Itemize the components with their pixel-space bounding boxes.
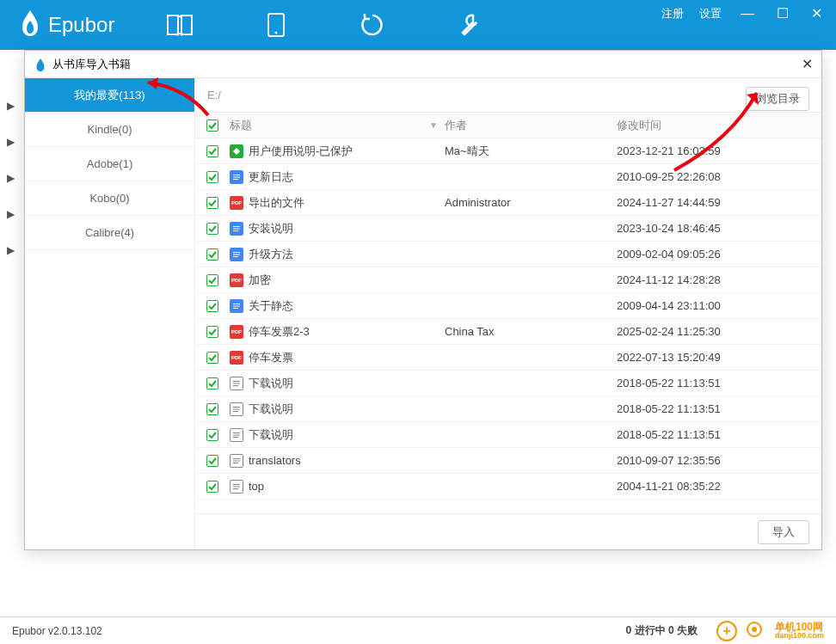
table-row[interactable]: PDF导出的文件Administrator2024-11-27 14:44:59 xyxy=(195,190,821,216)
row-checkbox[interactable] xyxy=(206,223,218,235)
sort-icon[interactable]: ▼ xyxy=(429,120,438,130)
row-checkbox[interactable] xyxy=(206,300,218,312)
row-checkbox[interactable] xyxy=(206,352,218,364)
row-checkbox[interactable] xyxy=(206,326,218,338)
column-author[interactable]: 作者 xyxy=(445,118,617,133)
file-date: 2010-09-07 12:35:56 xyxy=(617,454,821,467)
row-checkbox[interactable] xyxy=(206,171,218,183)
app-logo: Epubor xyxy=(17,9,114,41)
table-row[interactable]: PDF停车发票2-3China Tax2025-02-24 11:25:30 xyxy=(195,319,821,345)
file-date: 2023-10-24 18:46:45 xyxy=(617,222,821,235)
import-button[interactable]: 导入 xyxy=(758,520,809,544)
row-checkbox[interactable] xyxy=(206,429,218,441)
svg-rect-9 xyxy=(233,254,240,255)
watermark-url: danji100.com xyxy=(775,632,824,640)
watermark: 单机100网 danji100.com xyxy=(775,622,824,640)
sidebar-item[interactable]: Adobe(1) xyxy=(25,147,194,181)
svg-rect-13 xyxy=(233,308,238,309)
sidebar-item[interactable]: Calibre(4) xyxy=(25,216,194,250)
minimize-button[interactable]: — xyxy=(737,6,758,21)
table-row[interactable]: PDF停车发票2022-07-13 15:20:49 xyxy=(195,345,821,371)
svg-rect-24 xyxy=(233,460,240,461)
close-button[interactable]: ✕ xyxy=(808,5,826,21)
target-icon[interactable] xyxy=(746,621,763,641)
chevron-right-icon[interactable]: ▶ xyxy=(7,244,15,256)
svg-rect-20 xyxy=(233,432,240,433)
window-controls: 注册 设置 — ☐ ✕ xyxy=(661,5,826,21)
chevron-right-icon[interactable]: ▶ xyxy=(7,208,15,220)
table-row[interactable]: 升级方法2009-02-04 09:05:26 xyxy=(195,242,821,267)
file-date: 2024-11-27 14:44:59 xyxy=(617,196,821,209)
table-row[interactable]: 安装说明2023-10-24 18:46:45 xyxy=(195,216,821,242)
file-title: 停车发票2-3 xyxy=(249,324,310,340)
file-title: 关于静态 xyxy=(249,298,293,314)
table-row[interactable]: 下载说明2018-05-22 11:13:51 xyxy=(195,396,821,422)
table-row[interactable]: 关于静态2009-04-14 23:11:00 xyxy=(195,293,821,319)
zoom-in-icon[interactable]: + xyxy=(716,621,737,641)
library-icon[interactable] xyxy=(166,11,194,39)
svg-rect-22 xyxy=(233,437,238,438)
sidebar-item[interactable]: 我的最爱(113) xyxy=(25,78,194,113)
table-row[interactable]: translators2010-09-07 12:35:56 xyxy=(195,448,821,474)
version-text: Epubor v2.0.13.102 xyxy=(12,625,102,637)
column-date[interactable]: 修改时间 xyxy=(617,118,821,133)
table-row[interactable]: PDF加密2024-11-12 14:28:28 xyxy=(195,267,821,293)
row-checkbox[interactable] xyxy=(206,197,218,209)
file-date: 2010-09-25 22:26:08 xyxy=(617,170,821,183)
dialog-titlebar: 从书库导入书籍 ✕ xyxy=(25,51,821,78)
table-row[interactable]: 用户使用说明-已保护Ma~晴天2023-12-21 16:03:59 xyxy=(195,138,821,164)
row-checkbox[interactable] xyxy=(206,481,218,493)
svg-rect-23 xyxy=(233,458,240,459)
svg-rect-8 xyxy=(233,252,240,253)
table-row[interactable]: 下载说明2018-05-22 11:13:51 xyxy=(195,422,821,448)
column-title[interactable]: 标题 xyxy=(230,118,252,133)
row-checkbox[interactable] xyxy=(206,403,218,415)
svg-rect-28 xyxy=(233,488,238,489)
svg-rect-12 xyxy=(233,305,240,306)
sidebar-item[interactable]: Kindle(0) xyxy=(25,113,194,147)
file-title: top xyxy=(249,480,264,493)
browse-button[interactable]: 浏览目录 xyxy=(746,87,809,111)
select-all-checkbox[interactable] xyxy=(206,120,218,132)
device-icon[interactable] xyxy=(262,11,290,39)
chevron-right-icon[interactable]: ▶ xyxy=(7,100,15,112)
file-date: 2025-02-24 11:25:30 xyxy=(617,325,821,338)
register-link[interactable]: 注册 xyxy=(661,6,684,21)
file-date: 2018-05-22 11:13:51 xyxy=(617,377,821,389)
svg-rect-15 xyxy=(233,383,240,383)
table-row[interactable]: 下载说明2018-05-22 11:13:51 xyxy=(195,371,821,396)
file-title: 升级方法 xyxy=(249,247,293,262)
sidebar-item[interactable]: Kobo(0) xyxy=(25,181,194,216)
maximize-button[interactable]: ☐ xyxy=(773,5,792,21)
row-checkbox[interactable] xyxy=(206,274,218,286)
file-date: 2009-02-04 09:05:26 xyxy=(617,248,821,261)
table-row[interactable]: top2004-11-21 08:35:22 xyxy=(195,474,821,500)
svg-rect-18 xyxy=(233,408,240,409)
row-checkbox[interactable] xyxy=(206,248,218,261)
tools-icon[interactable] xyxy=(455,11,483,39)
path-bar: E:/ xyxy=(195,78,821,113)
row-checkbox[interactable] xyxy=(206,145,218,157)
chevron-right-icon[interactable]: ▶ xyxy=(7,136,15,148)
flame-icon xyxy=(34,58,47,71)
file-date: 2009-04-14 23:11:00 xyxy=(617,299,821,312)
file-date: 2018-05-22 11:13:51 xyxy=(617,402,821,415)
file-author: Administrator xyxy=(445,196,617,209)
refresh-icon[interactable] xyxy=(359,11,386,39)
chevron-right-icon[interactable]: ▶ xyxy=(7,172,15,184)
file-title: 加密 xyxy=(249,273,271,288)
svg-rect-19 xyxy=(233,411,238,412)
library-sidebar: 我的最爱(113)Kindle(0)Adobe(1)Kobo(0)Calibre… xyxy=(25,78,195,549)
file-date: 2022-07-13 15:20:49 xyxy=(617,351,821,364)
file-title: 下载说明 xyxy=(249,402,293,417)
svg-rect-17 xyxy=(233,407,240,408)
settings-link[interactable]: 设置 xyxy=(699,6,722,21)
table-row[interactable]: 更新日志2010-09-25 22:26:08 xyxy=(195,164,821,190)
dialog-close-button[interactable]: ✕ xyxy=(802,56,813,72)
file-title: 更新日志 xyxy=(249,169,293,185)
row-checkbox[interactable] xyxy=(206,455,218,467)
header-bar: Epubor 注册 设置 — ☐ ✕ xyxy=(0,0,836,50)
file-date: 2004-11-21 08:35:22 xyxy=(617,480,821,493)
logo-text: Epubor xyxy=(48,13,114,37)
row-checkbox[interactable] xyxy=(206,377,218,389)
